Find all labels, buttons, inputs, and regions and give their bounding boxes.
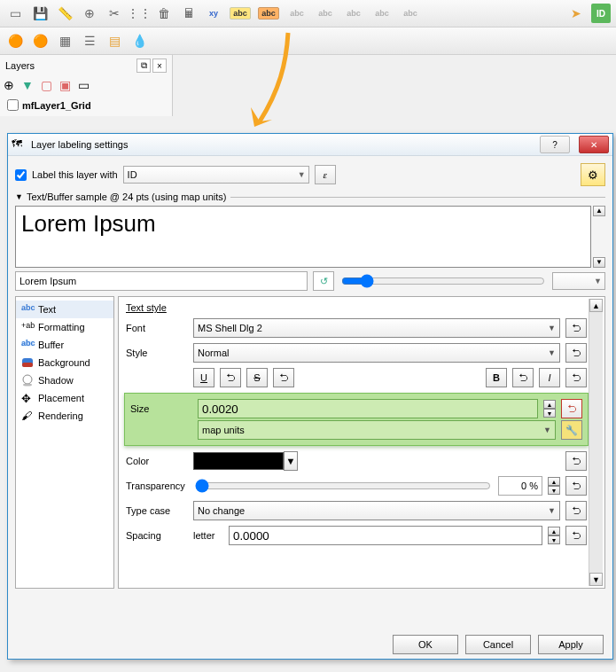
size-override-button[interactable]: ⮌: [561, 399, 582, 418]
sample-header-text: Text/Buffer sample @ 24 pts (using map u…: [27, 191, 227, 202]
category-placement[interactable]: ✥Placement: [16, 389, 113, 407]
style-select[interactable]: Normal▼: [193, 343, 560, 363]
transparency-slider[interactable]: [195, 479, 491, 493]
italic-button[interactable]: I: [539, 368, 560, 387]
spacing-input[interactable]: [229, 526, 542, 545]
expression-button[interactable]: ε: [315, 165, 336, 184]
label-tool-icon[interactable]: abc: [229, 4, 252, 23]
italic-override-button[interactable]: ⮌: [565, 368, 587, 387]
transparency-value[interactable]: [498, 476, 542, 496]
scroll-down-button[interactable]: ▼: [589, 573, 603, 586]
preview-down-button[interactable]: ▼: [593, 257, 605, 268]
underline-override-button[interactable]: ⮌: [220, 368, 241, 387]
table-icon[interactable]: ▤: [105, 31, 124, 51]
label-gray-2-icon[interactable]: abc: [314, 4, 337, 23]
size-highlight-region: Size ▲▼ ⮌ map units▼ 🔧: [124, 393, 589, 446]
layer-style-icon[interactable]: ▢: [41, 78, 52, 92]
save-icon[interactable]: 💾: [30, 4, 50, 23]
chevron-down-icon: ▼: [548, 324, 556, 332]
new-icon[interactable]: ▭: [5, 4, 25, 23]
preview-up-button[interactable]: ▲: [593, 206, 605, 216]
font-override-button[interactable]: ⮌: [565, 318, 587, 338]
underline-button[interactable]: U: [193, 368, 214, 387]
layer-add-icon[interactable]: ⊕: [4, 78, 14, 92]
poly-tool-2-icon[interactable]: 🟠: [30, 31, 50, 51]
size-spin-down[interactable]: ▼: [543, 409, 556, 418]
transparency-spin-down[interactable]: ▼: [548, 486, 560, 495]
sample-size-slider[interactable]: [341, 274, 545, 288]
typecase-override-button[interactable]: ⮌: [565, 501, 587, 520]
text-style-panel: Text style Font MS Shell Dlg 2▼ ⮌ Style …: [118, 296, 605, 589]
size-units-select[interactable]: map units▼: [198, 420, 556, 440]
dialog-close-button[interactable]: ✕: [579, 136, 609, 153]
grid-icon[interactable]: ▦: [55, 31, 74, 51]
strike-override-button[interactable]: ⮌: [273, 368, 294, 387]
font-select[interactable]: MS Shell Dlg 2▼: [193, 318, 560, 338]
droplet-icon[interactable]: 💧: [129, 31, 149, 51]
enable-labeling-checkbox[interactable]: [15, 169, 27, 181]
xy-icon[interactable]: xy: [204, 4, 223, 23]
cut-icon[interactable]: ✂: [105, 4, 124, 23]
color-dropdown-button[interactable]: ▼: [284, 451, 298, 471]
size-spin-up[interactable]: ▲: [543, 400, 556, 409]
label-tool-2-icon[interactable]: abc: [257, 4, 280, 23]
layers-close-icon[interactable]: ×: [152, 59, 167, 73]
apply-button[interactable]: Apply: [538, 635, 604, 654]
poly-tool-1-icon[interactable]: 🟠: [5, 31, 25, 51]
spacing-spin-up[interactable]: ▲: [548, 527, 560, 535]
typecase-select[interactable]: No change▼: [193, 501, 560, 520]
bold-button[interactable]: B: [486, 368, 507, 387]
sample-size-select[interactable]: [552, 272, 605, 290]
scroll-up-button[interactable]: ▲: [589, 299, 603, 312]
engine-settings-button[interactable]: ⚙: [581, 163, 605, 186]
layer-group-icon[interactable]: ▣: [59, 78, 71, 92]
align-icon[interactable]: ☰: [80, 31, 99, 51]
label-gray-5-icon[interactable]: abc: [399, 4, 422, 23]
layer-item[interactable]: mfLayer1_Grid: [2, 96, 170, 114]
sample-preview: Lorem Ipsum: [15, 206, 591, 268]
bold-override-button[interactable]: ⮌: [512, 368, 534, 387]
add-vertex-icon[interactable]: ⊕: [80, 4, 99, 23]
color-swatch[interactable]: [193, 452, 284, 470]
spacing-override-button[interactable]: ⮌: [565, 526, 587, 545]
delete-icon[interactable]: 🗑: [154, 4, 174, 23]
arrow-icon[interactable]: ➤: [566, 4, 586, 23]
layer-remove-icon[interactable]: ▭: [78, 78, 90, 92]
transparency-override-button[interactable]: ⮌: [565, 476, 587, 496]
ok-button[interactable]: OK: [393, 635, 458, 654]
reset-sample-button[interactable]: ↺: [313, 271, 334, 291]
label-gray-3-icon[interactable]: abc: [342, 4, 365, 23]
size-input[interactable]: [198, 399, 538, 418]
category-rendering[interactable]: 🖌Rendering: [16, 407, 113, 425]
sample-text-input[interactable]: [15, 271, 308, 291]
layers-undock-icon[interactable]: ⧉: [136, 59, 151, 73]
identify-icon[interactable]: ID: [591, 4, 611, 23]
spacing-spin-down[interactable]: ▼: [548, 535, 560, 544]
transparency-spin-up[interactable]: ▲: [548, 477, 560, 486]
chevron-down-icon: ▼: [543, 426, 551, 434]
label-gray-1-icon[interactable]: abc: [285, 4, 308, 23]
category-text[interactable]: abcText: [16, 301, 113, 318]
sample-header[interactable]: ▼ Text/Buffer sample @ 24 pts (using map…: [15, 191, 605, 202]
size-units-tool-button[interactable]: 🔧: [561, 420, 582, 440]
style-override-button[interactable]: ⮌: [565, 343, 587, 363]
cancel-button[interactable]: Cancel: [465, 635, 531, 654]
props-scrollbar[interactable]: ▲ ▼: [589, 299, 603, 586]
category-background[interactable]: Background: [16, 354, 113, 371]
nodes-icon[interactable]: ⋮⋮: [129, 4, 149, 23]
category-buffer[interactable]: abcBuffer: [16, 336, 113, 354]
category-shadow[interactable]: Shadow: [16, 371, 113, 389]
dialog-help-button[interactable]: ?: [540, 136, 570, 153]
color-override-button[interactable]: ⮌: [565, 451, 587, 471]
color-label: Color: [126, 456, 188, 466]
label-gray-4-icon[interactable]: abc: [370, 4, 394, 23]
layer-filter-icon[interactable]: ▼: [21, 78, 34, 92]
category-formatting[interactable]: +abFormatting: [16, 318, 113, 336]
category-list[interactable]: abcText +abFormatting abcBuffer Backgrou…: [15, 296, 114, 589]
strike-button[interactable]: S: [246, 368, 268, 387]
field-calc-icon[interactable]: 🖩: [179, 4, 199, 23]
measure-icon[interactable]: 📏: [55, 4, 74, 23]
label-field-select[interactable]: ID: [123, 166, 309, 184]
layer-visibility-checkbox[interactable]: [7, 99, 19, 111]
secondary-toolbar: 🟠 🟠 ▦ ☰ ▤ 💧: [0, 27, 616, 55]
